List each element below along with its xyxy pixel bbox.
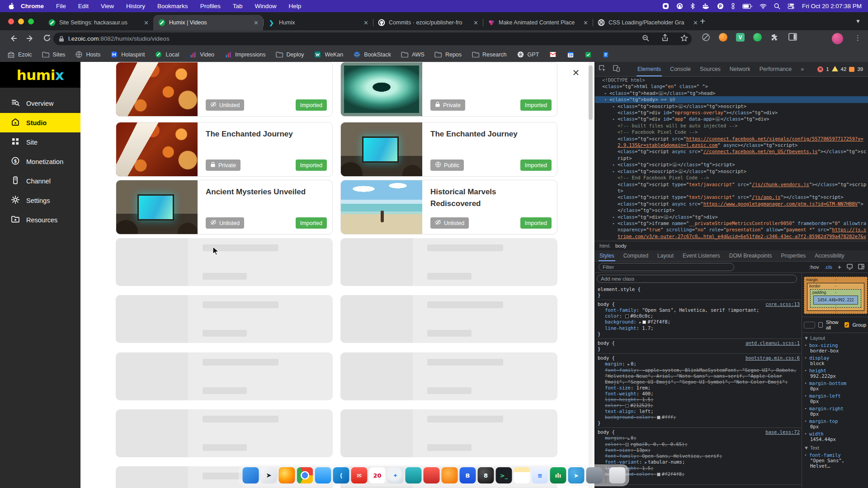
css-property[interactable]: font-size: 13px; xyxy=(598,447,800,453)
wifi-icon[interactable] xyxy=(760,4,767,9)
video-card[interactable]: The Enchanted JourneyPublicImported xyxy=(340,122,557,177)
rule-selector[interactable]: body { xyxy=(598,301,615,307)
reload-button[interactable] xyxy=(42,33,52,44)
share-icon[interactable] xyxy=(661,34,669,43)
error-badge-icon[interactable]: ✕ xyxy=(817,66,823,72)
dom-tree-node[interactable]: <class="tg">script>…</class="tg">script>… xyxy=(595,161,868,168)
css-property[interactable]: color: #212529; xyxy=(598,403,800,408)
rule-selector[interactable]: body { xyxy=(598,355,615,361)
new-style-rule-plus-icon[interactable]: + xyxy=(838,263,841,271)
humix-logo[interactable]: humix xyxy=(17,67,64,83)
bookmark-deploy[interactable]: Deploy xyxy=(275,51,304,58)
video-card[interactable]: Ancient Mysteries UnveiledUnlistedImport… xyxy=(116,180,333,235)
computed-property[interactable]: margin-top0px xyxy=(802,418,868,430)
color-swatch[interactable] xyxy=(657,416,660,419)
dom-tree-node[interactable]: <class="tg">script type="text/javascript… xyxy=(595,181,868,194)
tab-search-chevron-icon[interactable]: ▼ xyxy=(855,18,861,24)
control-center-icon[interactable] xyxy=(788,3,794,9)
back-button[interactable] xyxy=(8,33,18,45)
minimize-window-button[interactable] xyxy=(18,19,24,24)
breadcrumb-body[interactable]: body xyxy=(615,243,627,249)
green-extension-icon[interactable] xyxy=(753,33,762,42)
dom-tree-node[interactable]: <class="tg">iframe name="__privateStripe… xyxy=(595,220,868,241)
computed-property[interactable]: width1454.44px xyxy=(802,430,868,443)
bookmark-gdocs[interactable] xyxy=(602,51,609,58)
dom-tree-node[interactable]: <class="tg">noscript>…</class="tg">noscr… xyxy=(595,168,868,174)
expand-arrow-icon[interactable]: ▸ xyxy=(613,116,615,122)
expand-arrow-icon[interactable]: ▾ xyxy=(604,97,607,103)
rendering-icon[interactable] xyxy=(847,264,853,271)
browser-tab-6[interactable]: CSS Loading/Placeholder Gra✕ xyxy=(593,15,703,30)
charts-app-dock-icon[interactable]: ılı xyxy=(550,467,566,483)
terminal-dock-icon[interactable]: >_ xyxy=(496,467,512,483)
rule-source-link[interactable]: bootstrap.min.css:6 xyxy=(745,355,800,361)
dom-tree-node[interactable]: <class="tg">script async src="https://ww… xyxy=(595,201,868,214)
tab-close-icon[interactable]: ✕ xyxy=(473,19,478,26)
tab-close-icon[interactable]: ✕ xyxy=(583,19,588,26)
styles-tab-layout[interactable]: Layout xyxy=(653,250,678,261)
tab-close-icon[interactable]: ✕ xyxy=(693,19,698,26)
bookmark-wekan[interactable]: WeKan xyxy=(314,51,343,58)
css-property[interactable]: font-variant: ▶tabular-nums; xyxy=(598,459,800,465)
computed-property[interactable]: margin-left0px xyxy=(802,392,868,405)
dom-tree-node[interactable]: <class="tg">script src="https://connect.… xyxy=(595,136,868,149)
browser-tab-3[interactable]: ❯Humix✕ xyxy=(263,15,373,30)
color-swatch[interactable] xyxy=(657,473,660,476)
warning-badge-icon[interactable] xyxy=(832,66,838,71)
record-icon[interactable] xyxy=(662,3,669,9)
breadcrumb-html[interactable]: html. xyxy=(599,243,611,249)
hov-toggle[interactable]: :hov xyxy=(809,264,819,270)
browser-menu-kebab-icon[interactable]: ⋮ xyxy=(854,34,861,42)
rule-selector[interactable]: body { xyxy=(598,340,615,346)
extensions-puzzle-icon[interactable] xyxy=(770,33,779,42)
css-property[interactable]: font-weight: 400; xyxy=(598,391,800,397)
computed-property[interactable]: height992.222px xyxy=(802,367,868,380)
color-swatch[interactable] xyxy=(625,443,629,446)
rule-selector[interactable]: body { xyxy=(598,429,615,435)
css-property[interactable]: text-align: left; xyxy=(598,408,800,414)
css-property[interactable]: color: #0c0c0c; xyxy=(598,313,800,319)
close-window-button[interactable] xyxy=(8,19,14,24)
computed-property[interactable]: displayblock xyxy=(802,354,868,367)
bookmark-local[interactable]: Local xyxy=(155,51,179,58)
bookmark-repos[interactable]: Repos xyxy=(434,51,462,58)
expand-arrow-icon[interactable]: ▸ xyxy=(613,214,615,221)
css-property[interactable]: font-family: "Open Sans", Helvetica, ser… xyxy=(598,307,800,313)
devtools-tab-elements[interactable]: Elements xyxy=(633,62,665,76)
dom-tree-node[interactable]: <!DOCTYPE html> xyxy=(595,77,868,83)
styles-tab-properties[interactable]: Properties xyxy=(777,250,811,261)
menu-item-chrome[interactable]: Chrome xyxy=(21,3,44,9)
menu-item-profiles[interactable]: Profiles xyxy=(200,3,221,9)
window-controls[interactable] xyxy=(8,19,34,24)
add-new-class-input[interactable]: Add new class xyxy=(597,275,797,283)
dom-tree-node[interactable]: <class="tg">script type="text/javascript… xyxy=(595,194,868,200)
css-property[interactable]: background-color: #fff; xyxy=(598,414,800,420)
dom-tree-node[interactable]: <class="tg">noscript>…</class="tg">noscr… xyxy=(595,103,868,109)
sidebar-item-studio[interactable]: Studio xyxy=(0,113,80,132)
firefox-dock-icon[interactable] xyxy=(279,467,295,483)
rule-selector[interactable]: element.style { xyxy=(598,286,641,292)
computed-property[interactable]: margin-right0px xyxy=(802,405,868,418)
messages-app-dock-icon[interactable] xyxy=(315,467,331,483)
vscode-dock-icon[interactable]: ⟨ xyxy=(333,467,349,483)
computed-section-layout[interactable]: ▼ Layout xyxy=(802,333,868,342)
color-swatch[interactable] xyxy=(642,320,646,324)
expand-arrow-icon[interactable]: ▸ xyxy=(604,90,607,97)
css-property[interactable]: color: rgba(0, 0, 0, 0.65); xyxy=(598,441,800,447)
video-card[interactable]: Historical Marvels RediscoveredUnlistedI… xyxy=(340,180,557,235)
video-card[interactable]: PrivateImported xyxy=(340,62,557,117)
mail-dock-icon[interactable]: ✉ xyxy=(351,467,368,483)
notes-dock-icon[interactable] xyxy=(514,467,530,483)
css-property[interactable]: background: ▶#f2f4f8; xyxy=(598,319,800,325)
dom-tree-node[interactable]: <!-- built files will be auto injected -… xyxy=(595,122,868,129)
dom-tree-node[interactable]: <class="tg">div id="nprogress-overlay"><… xyxy=(595,109,868,116)
dom-tree-node[interactable]: <class="tg">body> == $0▾ xyxy=(595,96,868,103)
sidebar-item-site[interactable]: Site xyxy=(0,132,80,152)
bookmark-gpt[interactable]: GPT xyxy=(517,51,539,58)
eight-ball-dock-icon[interactable]: 8 xyxy=(478,467,494,483)
sidebar-item-overview[interactable]: Overview xyxy=(0,94,80,113)
css-property[interactable]: font-family: -apple-system, BlinkMacSyst… xyxy=(598,367,800,385)
rule-source-link[interactable]: antd.cleanui.scss:1 xyxy=(745,340,800,346)
devtools-tab-sources[interactable]: Sources xyxy=(695,62,725,76)
docker-icon[interactable] xyxy=(702,3,710,9)
